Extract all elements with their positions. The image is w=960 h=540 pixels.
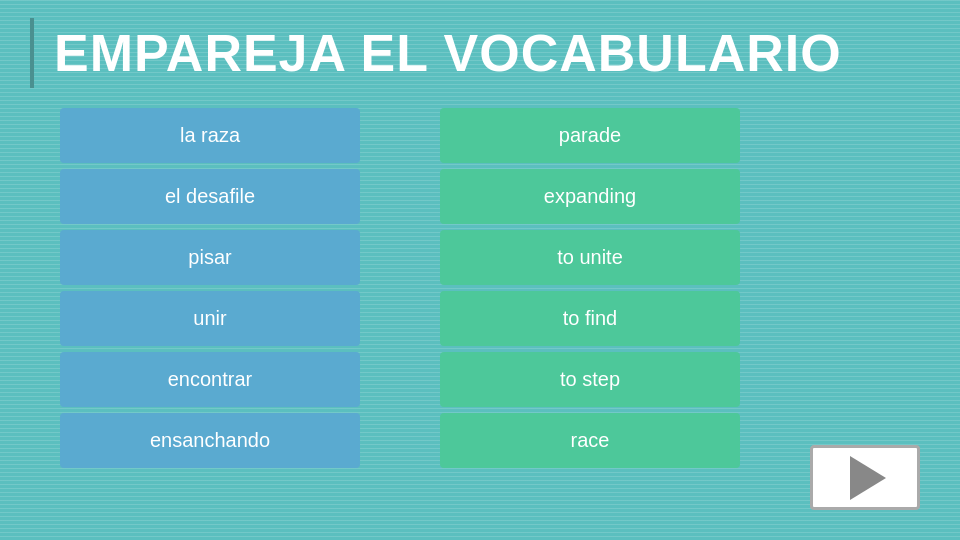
next-button-container <box>810 445 920 510</box>
play-icon <box>850 456 886 500</box>
title-bar: EMPAREJA EL VOCABULARIO <box>0 0 960 98</box>
spanish-word-2[interactable]: pisar <box>60 230 360 285</box>
page-title: EMPAREJA EL VOCABULARIO <box>54 23 842 83</box>
title-divider <box>30 18 34 88</box>
spanish-word-0[interactable]: la raza <box>60 108 360 163</box>
spanish-word-4[interactable]: encontrar <box>60 352 360 407</box>
english-word-0[interactable]: parade <box>440 108 740 163</box>
spanish-word-3[interactable]: unir <box>60 291 360 346</box>
english-word-1[interactable]: expanding <box>440 169 740 224</box>
english-word-4[interactable]: to step <box>440 352 740 407</box>
english-word-3[interactable]: to find <box>440 291 740 346</box>
spanish-word-5[interactable]: ensanchando <box>60 413 360 468</box>
spanish-word-1[interactable]: el desafile <box>60 169 360 224</box>
next-button[interactable] <box>810 445 920 510</box>
english-word-5[interactable]: race <box>440 413 740 468</box>
vocab-grid: la raza parade el desafile expanding pis… <box>0 98 960 478</box>
english-word-2[interactable]: to unite <box>440 230 740 285</box>
